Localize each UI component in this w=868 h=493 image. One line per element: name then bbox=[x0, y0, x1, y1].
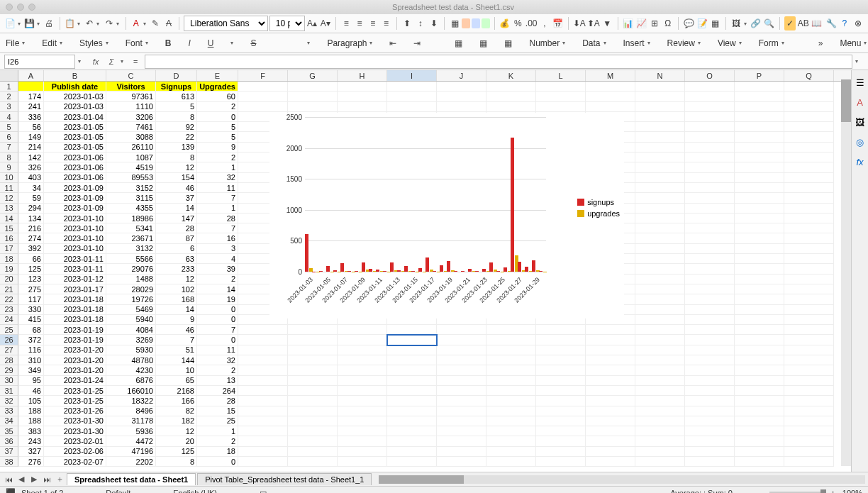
decimal-icon[interactable]: .00 bbox=[525, 16, 538, 31]
font-grow-icon[interactable]: A▴ bbox=[306, 16, 318, 31]
menu-review[interactable]: Review▾ bbox=[667, 38, 701, 48]
border3-icon[interactable]: ▦ bbox=[504, 36, 512, 50]
cell-I33[interactable] bbox=[387, 406, 437, 416]
undo-icon[interactable]: ↶ bbox=[84, 16, 96, 31]
cell-P18[interactable] bbox=[735, 254, 784, 264]
cell-D37[interactable]: 125 bbox=[156, 447, 197, 457]
cell-N26[interactable] bbox=[635, 335, 685, 345]
cell-F28[interactable] bbox=[238, 355, 288, 365]
row-header-5[interactable]: 5 bbox=[0, 122, 18, 132]
cell-O4[interactable] bbox=[685, 112, 735, 122]
row-header-32[interactable]: 32 bbox=[0, 396, 18, 406]
cell-Q15[interactable] bbox=[784, 223, 834, 233]
cell-A14[interactable]: 134 bbox=[18, 214, 44, 223]
cell-A11[interactable]: 34 bbox=[18, 183, 44, 193]
cell-O9[interactable] bbox=[685, 162, 735, 172]
new-doc-icon[interactable]: 📄 bbox=[4, 16, 16, 31]
cell-P8[interactable] bbox=[735, 153, 784, 162]
cell-E13[interactable]: 1 bbox=[197, 204, 238, 214]
cell-B37[interactable]: 2023-02-06 bbox=[44, 447, 106, 457]
cell-P20[interactable] bbox=[735, 275, 784, 284]
cell-O36[interactable] bbox=[685, 436, 735, 446]
cell-Q11[interactable] bbox=[784, 183, 834, 193]
sidebar-properties-icon[interactable]: ☰ bbox=[854, 76, 867, 89]
status-summary[interactable]: Average: ; Sum: 0 bbox=[670, 489, 733, 494]
cell-Q27[interactable] bbox=[784, 345, 834, 355]
cell-C16[interactable]: 23671 bbox=[106, 233, 156, 243]
cell-P31[interactable] bbox=[735, 386, 784, 396]
cell-P30[interactable] bbox=[735, 376, 784, 386]
window-zoom-icon[interactable] bbox=[28, 4, 35, 11]
cell-A2[interactable]: 174 bbox=[18, 92, 44, 101]
close-toolbar-icon[interactable]: ⊗ bbox=[852, 16, 864, 31]
cell-A15[interactable]: 216 bbox=[18, 223, 44, 233]
cell-E7[interactable]: 9 bbox=[197, 143, 238, 153]
cell-H35[interactable] bbox=[338, 426, 387, 436]
cell-J2[interactable] bbox=[437, 92, 486, 101]
cell-B13[interactable]: 2023-01-09 bbox=[44, 204, 106, 214]
row-header-19[interactable]: 19 bbox=[0, 264, 18, 274]
overflow-icon[interactable]: » bbox=[818, 36, 823, 50]
underline-button[interactable]: U bbox=[208, 36, 214, 50]
cell-C34[interactable]: 31178 bbox=[106, 416, 156, 426]
cell-C10[interactable]: 89553 bbox=[106, 173, 156, 183]
cell-P19[interactable] bbox=[735, 264, 784, 274]
cell-O17[interactable] bbox=[685, 244, 735, 254]
link-icon[interactable]: 🔗 bbox=[750, 16, 762, 31]
cell-J1[interactable] bbox=[437, 82, 486, 92]
filter-icon[interactable]: ▼ bbox=[601, 16, 613, 31]
cell-I3[interactable] bbox=[387, 102, 437, 112]
cell-M32[interactable] bbox=[586, 396, 635, 406]
cell-Q26[interactable] bbox=[784, 335, 834, 345]
cell-Q34[interactable] bbox=[784, 416, 834, 426]
cell-B31[interactable]: 2023-01-25 bbox=[44, 386, 106, 396]
cell-F31[interactable] bbox=[238, 386, 288, 396]
menu-paragraph[interactable]: Paragraph▾ bbox=[327, 38, 372, 48]
col-header-H[interactable]: H bbox=[338, 70, 387, 81]
cell-J26[interactable] bbox=[437, 335, 486, 345]
cell-D32[interactable]: 166 bbox=[156, 396, 197, 406]
cell-E15[interactable]: 7 bbox=[197, 223, 238, 233]
cell-A25[interactable]: 68 bbox=[18, 325, 44, 335]
cell-J31[interactable] bbox=[437, 386, 486, 396]
cell-A26[interactable]: 372 bbox=[18, 335, 44, 345]
cell-G33[interactable] bbox=[288, 406, 338, 416]
cell-A16[interactable]: 274 bbox=[18, 233, 44, 243]
cell-F25[interactable] bbox=[238, 325, 288, 335]
cell-C14[interactable]: 18986 bbox=[106, 214, 156, 223]
cell-M28[interactable] bbox=[586, 355, 635, 365]
cell-L38[interactable] bbox=[536, 457, 586, 467]
cell-O24[interactable] bbox=[685, 315, 735, 325]
cell-Q28[interactable] bbox=[784, 355, 834, 365]
cell-E9[interactable]: 1 bbox=[197, 162, 238, 172]
cell-Q24[interactable] bbox=[784, 315, 834, 325]
cell-L31[interactable] bbox=[536, 386, 586, 396]
cell-C12[interactable]: 3115 bbox=[106, 193, 156, 203]
cell-Q6[interactable] bbox=[784, 132, 834, 142]
row-header-7[interactable]: 7 bbox=[0, 143, 18, 153]
cell-H28[interactable] bbox=[338, 355, 387, 365]
spellcheck-icon[interactable]: ✓ bbox=[784, 16, 796, 31]
zoom-out-icon[interactable]: − bbox=[761, 489, 765, 494]
cell-N33[interactable] bbox=[635, 406, 685, 416]
cell-Q8[interactable] bbox=[784, 153, 834, 162]
cell-L29[interactable] bbox=[536, 365, 586, 375]
cell-J27[interactable] bbox=[437, 345, 486, 355]
cell-C9[interactable]: 4519 bbox=[106, 162, 156, 172]
cell-Q37[interactable] bbox=[784, 447, 834, 457]
cell-J34[interactable] bbox=[437, 416, 486, 426]
cell-C6[interactable]: 3088 bbox=[106, 132, 156, 142]
cell-Q30[interactable] bbox=[784, 376, 834, 386]
cell-L30[interactable] bbox=[536, 376, 586, 386]
cell-B22[interactable]: 2023-01-18 bbox=[44, 294, 106, 304]
cell-B14[interactable]: 2023-01-10 bbox=[44, 214, 106, 223]
cell-M34[interactable] bbox=[586, 416, 635, 426]
cell-N5[interactable] bbox=[635, 122, 685, 132]
row-header-23[interactable]: 23 bbox=[0, 305, 18, 315]
cell-D26[interactable]: 7 bbox=[156, 335, 197, 345]
col-header-B[interactable]: B bbox=[44, 70, 106, 81]
cell-C1[interactable]: Visitors bbox=[106, 82, 156, 92]
cell-A4[interactable]: 336 bbox=[18, 112, 44, 122]
cell-Q35[interactable] bbox=[784, 426, 834, 436]
tab-next-icon[interactable]: ▶ bbox=[28, 474, 40, 485]
